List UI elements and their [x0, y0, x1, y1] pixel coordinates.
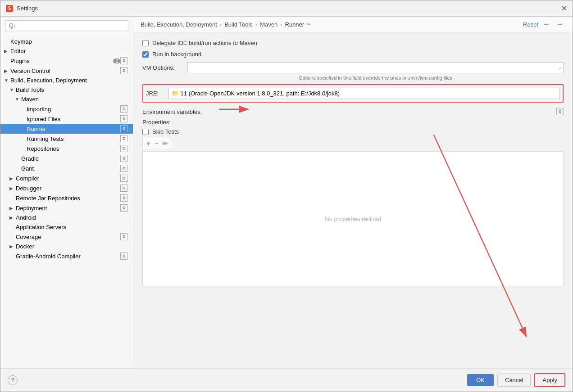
breadcrumb-sep-3: › [280, 21, 282, 28]
search-input[interactable] [5, 20, 128, 31]
settings-icon: ⚙ [120, 252, 127, 260]
expand-icon: ⤢ [558, 65, 562, 70]
nav-forward-button[interactable]: → [555, 20, 565, 28]
sidebar-item-label: Ignored Files [27, 116, 120, 122]
sidebar-item-runner[interactable]: Runner ⚙ [0, 124, 133, 134]
skip-tests-checkbox[interactable] [142, 129, 149, 135]
breadcrumb-nav: Reset ← → [523, 20, 565, 28]
sidebar-item-editor[interactable]: ▶ Editor [0, 46, 133, 56]
sidebar-item-version-control[interactable]: ▶ Version Control ⚙ [0, 66, 133, 76]
sidebar-item-running-tests[interactable]: Running Tests ⚙ [0, 134, 133, 144]
sidebar-item-label: Android [16, 214, 129, 221]
settings-window: S Settings ✕ Keymap ▶ Editor [0, 0, 573, 392]
chevron-right-icon: ▶ [9, 206, 16, 211]
sidebar-item-label: Coverage [16, 234, 120, 240]
sidebar-item-deployment[interactable]: ▶ Deployment ⚙ [0, 203, 133, 213]
edit-button[interactable]: ✏ [161, 139, 170, 148]
sidebar-item-docker[interactable]: ▶ Docker [0, 242, 133, 251]
no-properties-text: No properties defined [325, 216, 381, 222]
settings-icon: ⚙ [120, 194, 127, 202]
sidebar-item-gradle[interactable]: Gradle ⚙ [0, 153, 133, 163]
run-background-checkbox[interactable] [142, 51, 149, 58]
sidebar-item-android[interactable]: ▶ Android [0, 213, 133, 222]
edit-icon: ✏ [307, 22, 311, 27]
settings-icon: ⚙ [120, 145, 127, 152]
chevron-right-icon: ▶ [9, 244, 16, 249]
ok-button[interactable]: OK [467, 374, 494, 386]
sidebar-item-compiler[interactable]: ▶ Compiler ⚙ [0, 173, 133, 183]
sidebar-item-label: Keymap [10, 38, 129, 45]
expand-placeholder [9, 234, 16, 239]
settings-icon: ⚙ [120, 233, 127, 240]
cancel-button[interactable]: Cancel [497, 374, 531, 387]
chevron-down-icon: ▼ [4, 78, 10, 83]
sidebar-item-gradle-android-compiler[interactable]: Gradle-Android Compiler ⚙ [0, 251, 133, 261]
sidebar-item-build-tools[interactable]: ▼ Build Tools [0, 85, 133, 95]
plugins-badge: 2 [113, 59, 120, 63]
breadcrumb-sep-2: › [255, 21, 257, 28]
expand-placeholder [20, 146, 27, 151]
bottom-bar: ? OK Cancel Apply [0, 368, 573, 392]
chevron-right-icon: ▶ [4, 49, 10, 54]
vm-options-input[interactable] [187, 62, 564, 73]
sidebar-item-label: Remote Jar Repositories [16, 195, 120, 202]
expand-placeholder [20, 117, 27, 122]
sidebar-item-keymap[interactable]: Keymap [0, 37, 133, 46]
sidebar-item-label: Version Control [10, 68, 120, 74]
expand-placeholder [4, 59, 10, 63]
sidebar-item-ignored-files[interactable]: Ignored Files ⚙ [0, 114, 133, 124]
sidebar-item-remote-jar-repositories[interactable]: Remote Jar Repositories ⚙ [0, 193, 133, 203]
delegate-label: Delegate IDE build/run actions to Maven [152, 40, 257, 46]
run-background-row: Run in background [142, 51, 564, 58]
expand-placeholder [9, 196, 16, 201]
env-vars-icon: ⚙ [556, 108, 564, 115]
expand-placeholder [4, 39, 10, 44]
expand-placeholder [20, 126, 27, 131]
title-bar: S Settings ✕ [0, 0, 573, 17]
sidebar-item-application-servers[interactable]: Application Servers [0, 222, 133, 232]
sidebar-item-label: Debugger [16, 185, 120, 192]
expand-placeholder [15, 156, 21, 161]
sidebar-item-plugins[interactable]: Plugins 2 ⚙ [0, 56, 133, 66]
sidebar-item-repositories[interactable]: Repositories ⚙ [0, 144, 133, 153]
sidebar-item-label: Repositories [27, 145, 120, 152]
sidebar-item-debugger[interactable]: ▶ Debugger ⚙ [0, 183, 133, 193]
settings-content: Delegate IDE build/run actions to Maven … [133, 32, 573, 368]
vm-options-input-wrap: ⤢ [187, 62, 564, 73]
apply-button[interactable]: Apply [534, 373, 565, 387]
sidebar-item-label: Editor [10, 48, 129, 54]
settings-icon: ⚙ [120, 204, 127, 212]
breadcrumb-sep-1: › [220, 21, 222, 28]
chevron-right-icon: ▶ [4, 68, 10, 73]
jre-select-wrap: 📁 11 (Oracle OpenJDK version 1.8.0_321, … [168, 88, 560, 99]
sidebar-item-coverage[interactable]: Coverage ⚙ [0, 232, 133, 242]
jre-select[interactable]: 📁 11 (Oracle OpenJDK version 1.8.0_321, … [168, 88, 560, 99]
sidebar-item-gant[interactable]: Gant ⚙ [0, 163, 133, 173]
help-icon[interactable]: ? [8, 375, 18, 385]
vm-options-hint: Options specified in this field override… [187, 75, 564, 81]
add-button[interactable]: + [145, 139, 152, 148]
sidebar-item-label: Gradle [21, 155, 120, 162]
sidebar-item-label: Build, Execution, Deployment [10, 77, 129, 84]
expand-placeholder [20, 136, 27, 141]
breadcrumb: Build, Execution, Deployment › Build Too… [141, 21, 311, 28]
sidebar-tree: Keymap ▶ Editor Plugins 2 ⚙ ▶ Version [0, 35, 133, 368]
close-button[interactable]: ✕ [561, 4, 567, 13]
settings-icon: ⚙ [120, 185, 127, 192]
remove-button[interactable]: − [153, 139, 160, 148]
delegate-checkbox[interactable] [142, 40, 149, 46]
nav-back-button[interactable]: ← [541, 20, 552, 28]
delegate-row: Delegate IDE build/run actions to Maven [142, 40, 564, 46]
reset-button[interactable]: Reset [523, 21, 538, 28]
breadcrumb-part-1: Build, Execution, Deployment [141, 21, 217, 28]
sidebar-item-label: Docker [16, 243, 129, 250]
breadcrumb-bar: Build, Execution, Deployment › Build Too… [133, 17, 573, 32]
properties-area: No properties defined [142, 151, 564, 286]
chevron-right-icon: ▶ [9, 176, 16, 181]
sidebar-item-maven[interactable]: ▼ Maven [0, 95, 133, 104]
sidebar-item-build-execution-deployment[interactable]: ▼ Build, Execution, Deployment [0, 76, 133, 85]
run-background-label: Run in background [152, 51, 201, 58]
sidebar-item-importing[interactable]: Importing ⚙ [0, 104, 133, 114]
sidebar-item-label: Build Tools [16, 86, 129, 93]
env-vars-section: Environment variables: ⚙ [142, 108, 564, 115]
